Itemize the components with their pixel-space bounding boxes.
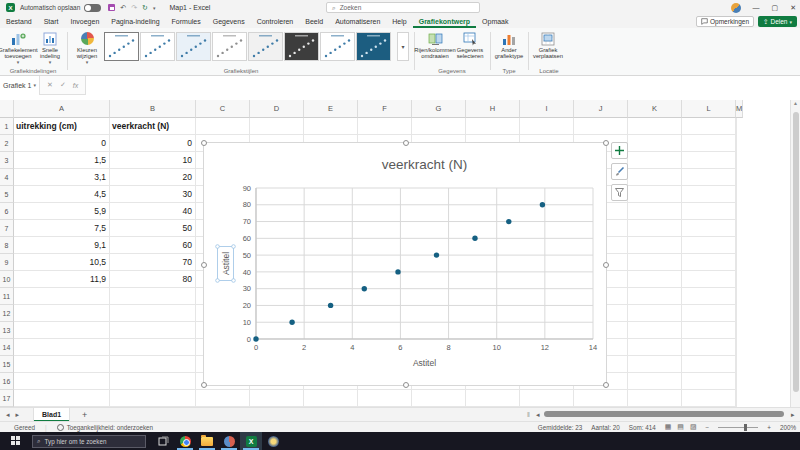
cell-B15[interactable]: [110, 356, 196, 373]
cell-L4[interactable]: [682, 169, 736, 186]
cell-M14[interactable]: [736, 339, 737, 356]
cell-J1[interactable]: [574, 118, 628, 135]
cell-B12[interactable]: [110, 305, 196, 322]
row-header-4[interactable]: 4: [0, 169, 14, 186]
view-page-layout-icon[interactable]: ▤: [677, 423, 684, 431]
tab-bestand[interactable]: Bestand: [0, 15, 38, 28]
chart[interactable]: 010203040506070809002468101214veerkracht…: [203, 142, 607, 386]
chart-style-7[interactable]: [320, 32, 355, 61]
cell-C17[interactable]: [196, 390, 250, 407]
cell-M3[interactable]: [736, 152, 737, 169]
redo-icon[interactable]: ↷: [131, 4, 137, 12]
cell-A7[interactable]: 7,5: [14, 220, 110, 237]
hscroll-right-icon[interactable]: ▸: [791, 411, 795, 419]
x-axis-title[interactable]: Astitel: [413, 358, 436, 368]
chart-filters-button[interactable]: [611, 184, 628, 201]
column-header-G[interactable]: G: [412, 100, 466, 118]
zoom-slider-knob[interactable]: [744, 424, 747, 431]
cell-B9[interactable]: 70: [110, 254, 196, 271]
enter-icon[interactable]: ✓: [60, 81, 66, 89]
zoom-slider[interactable]: [718, 427, 758, 428]
chart-style-4[interactable]: [212, 32, 247, 61]
cell-I1[interactable]: [520, 118, 574, 135]
tab-invoegen[interactable]: Invoegen: [64, 15, 105, 28]
excel-app-icon[interactable]: X: [6, 3, 15, 12]
cell-L9[interactable]: [682, 254, 736, 271]
tab-opmaak[interactable]: Opmaak: [476, 15, 514, 28]
chart-resize-handle[interactable]: [201, 140, 207, 146]
chart-resize-handle[interactable]: [201, 262, 207, 268]
cell-M9[interactable]: [736, 254, 737, 271]
cell-L1[interactable]: [682, 118, 736, 135]
cell-E17[interactable]: [304, 390, 358, 407]
cell-M5[interactable]: [736, 186, 737, 203]
cell-F17[interactable]: [358, 390, 412, 407]
data-point[interactable]: [289, 320, 294, 325]
cell-M12[interactable]: [736, 305, 737, 322]
row-header-14[interactable]: 14: [0, 339, 14, 356]
switch-row-column-button[interactable]: Rijen/kolommen omdraaien: [417, 31, 453, 69]
change-chart-type-button[interactable]: Ander grafiektype: [492, 31, 526, 69]
tab-splitter[interactable]: ‖: [527, 411, 530, 418]
cell-A14[interactable]: [14, 339, 110, 356]
cell-B4[interactable]: 20: [110, 169, 196, 186]
close-button[interactable]: ✕: [790, 4, 796, 12]
row-header-9[interactable]: 9: [0, 254, 14, 271]
row-header-13[interactable]: 13: [0, 322, 14, 339]
cell-A5[interactable]: 4,5: [14, 186, 110, 203]
cell-K15[interactable]: [628, 356, 682, 373]
view-normal-icon[interactable]: ▦: [665, 423, 672, 431]
cell-B3[interactable]: 10: [110, 152, 196, 169]
zoom-in-button[interactable]: +: [767, 424, 771, 431]
cell-B11[interactable]: [110, 288, 196, 305]
taskbar-app[interactable]: [262, 432, 284, 450]
chart-resize-handle[interactable]: [603, 262, 609, 268]
cell-A2[interactable]: 0: [14, 135, 110, 152]
cell-L12[interactable]: [682, 305, 736, 322]
quick-layout-button[interactable]: Snelle indeling▾: [33, 31, 67, 69]
cell-M4[interactable]: [736, 169, 737, 186]
data-point[interactable]: [540, 202, 545, 207]
cell-L8[interactable]: [682, 237, 736, 254]
style-gallery-more-button[interactable]: ▾: [397, 32, 409, 61]
column-header-F[interactable]: F: [358, 100, 412, 118]
chart-elements-button[interactable]: [611, 142, 628, 159]
zoom-level[interactable]: 200%: [780, 424, 796, 431]
cell-C1[interactable]: [196, 118, 250, 135]
cell-L5[interactable]: [682, 186, 736, 203]
data-point[interactable]: [472, 236, 477, 241]
cell-L3[interactable]: [682, 152, 736, 169]
cell-A3[interactable]: 1,5: [14, 152, 110, 169]
select-all-corner[interactable]: [0, 100, 14, 118]
data-point[interactable]: [362, 286, 367, 291]
row-header-7[interactable]: 7: [0, 220, 14, 237]
row-header-1[interactable]: 1: [0, 118, 14, 135]
cell-A6[interactable]: 5,9: [14, 203, 110, 220]
cell-L6[interactable]: [682, 203, 736, 220]
qat-customize-icon[interactable]: ▾: [153, 5, 156, 11]
row-header-8[interactable]: 8: [0, 237, 14, 254]
tab-start[interactable]: Start: [38, 15, 65, 28]
cell-M17[interactable]: [736, 390, 737, 407]
cell-B1[interactable]: veerkracht (N): [110, 118, 196, 135]
minimize-button[interactable]: —: [753, 4, 760, 11]
cell-M8[interactable]: [736, 237, 737, 254]
tab-gegevens[interactable]: Gegevens: [207, 15, 251, 28]
chart-style-8[interactable]: [356, 32, 391, 61]
view-page-break-icon[interactable]: ▨: [690, 423, 697, 431]
tab-grafiekontwerp[interactable]: Grafiekontwerp: [413, 15, 476, 28]
cell-M6[interactable]: [736, 203, 737, 220]
share-button[interactable]: ⇪ Delen ▾: [758, 16, 797, 27]
cell-L7[interactable]: [682, 220, 736, 237]
accessibility-status[interactable]: Toegankelijkheid: onderzoeken: [67, 424, 153, 431]
cell-K17[interactable]: [628, 390, 682, 407]
sheet-prev-icon[interactable]: ◂: [6, 411, 10, 419]
y-axis-title[interactable]: Astitel: [221, 252, 231, 275]
data-point[interactable]: [395, 269, 400, 274]
row-header-17[interactable]: 17: [0, 390, 14, 407]
cell-L15[interactable]: [682, 356, 736, 373]
undo-icon[interactable]: ↶: [120, 4, 126, 12]
cell-M15[interactable]: [736, 356, 737, 373]
tab-automatiseren[interactable]: Automatiseren: [329, 15, 386, 28]
cell-M10[interactable]: [736, 271, 737, 288]
